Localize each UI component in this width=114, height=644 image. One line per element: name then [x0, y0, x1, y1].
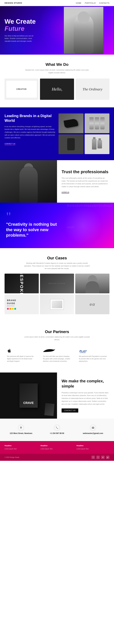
card-design: CREATIVE — [6, 81, 37, 98]
partner-playstation: P L A Y STATION We partnered with Playst… — [76, 346, 109, 365]
card-ordinary: The Ordinary — [82, 87, 102, 91]
social-facebook[interactable]: f — [91, 456, 95, 459]
bottle-visual — [85, 114, 109, 133]
creativity-quote: "Creativity is nothing but the way to so… — [6, 222, 58, 238]
email-title: webmaster@gmail.com — [83, 432, 103, 434]
footer-col-text-3: Lorem ipsum Text — [76, 448, 109, 450]
address-icon — [18, 425, 24, 431]
complex-contact-link[interactable]: CONTACT US — [62, 408, 78, 412]
partners-title: Our Partners — [5, 330, 109, 334]
nike-partner-text: Our time with Nike was about changing th… — [43, 355, 71, 362]
email-icon — [90, 425, 96, 431]
case-desktop-inner — [40, 294, 74, 314]
footer-col-text-1: Lorem ipsum Text — [5, 448, 38, 450]
ps-logo: P L A Y STATION — [79, 348, 107, 354]
phone-svg-icon — [56, 426, 58, 429]
quote-mark: " — [6, 213, 58, 220]
hero-photo — [64, 7, 103, 54]
perfume-image — [85, 134, 109, 154]
social-google[interactable]: g+ — [106, 456, 109, 459]
our-partners-section: Our Partners Lorem ipsum dolor sit amet,… — [0, 322, 114, 372]
footer-col-3: Headline Lorem ipsum Text — [76, 445, 109, 450]
footer-col-title-3: Headline — [76, 445, 109, 446]
footer-socials: f t in g+ — [91, 456, 109, 459]
hero-title: We Create Future — [5, 18, 38, 32]
trust-description: This core philosophy stands at the cente… — [62, 177, 109, 188]
case-person — [75, 274, 109, 293]
nav-portfolio[interactable]: PORTFOLIO — [85, 2, 96, 4]
complex-book-text: CRAVE — [23, 401, 34, 405]
hero-section: We Create Future Our drive is that we be… — [0, 6, 114, 54]
footer-col-title-2: Headline — [41, 445, 74, 446]
footer-col-text-2: Lorem ipsum Text — [41, 448, 74, 450]
dot-orange — [10, 308, 11, 310]
cases-title: Our Cases — [5, 256, 109, 260]
perfume-bottle-2 — [97, 140, 102, 148]
remote-shape — [67, 138, 75, 150]
trust-contact-link[interactable]: contact us — [62, 191, 69, 194]
creativity-section: Máile αβγδε ñdψφχ 8yπξλ ηθικμ ζωσρτ " "C… — [0, 203, 114, 248]
nav-links: HOME PORTFOLIO CONTACTS — [76, 2, 109, 4]
card-label: CREATIVE — [17, 88, 27, 90]
nike-swoosh-icon — [43, 348, 55, 354]
partners-grid: We partnered with Apple to improve the d… — [5, 346, 109, 365]
perfume-bottle-1 — [92, 139, 96, 150]
partners-subtitle: Lorem ipsum dolor sit amet, consectetur … — [24, 336, 90, 341]
social-twitter[interactable]: t — [96, 456, 100, 459]
case-ea: eα — [75, 294, 109, 314]
leading-brands-section: Leading Brands in a Digital World In an … — [0, 108, 114, 160]
man-silhouette — [20, 166, 38, 203]
trust-section: Trust the professionals This core philos… — [0, 160, 114, 203]
ps-partner-text: We partnered with Playstation to promote… — [79, 355, 107, 362]
brand-guide-sub: BESPOKE — [7, 305, 16, 307]
case-desktop — [40, 294, 74, 314]
complex-title: We make the complex, simple — [62, 378, 109, 389]
typography-background: Máile αβγδε ñdψφχ 8yπξλ ηθικμ ζωσρτ — [65, 203, 114, 248]
footer-address-card: 123 West Street, Newtown — [5, 425, 38, 435]
case-ea-inner: eα — [75, 294, 109, 314]
shoe-visual — [59, 114, 83, 133]
brand-dots — [7, 308, 16, 310]
apple-partner-text: We partnered with Apple to improve the d… — [7, 355, 35, 362]
case-bespoke: BESPOKE — [5, 274, 39, 293]
dot-green — [14, 308, 16, 310]
footer-phone-card: +1 234 567 89 00 — [41, 425, 74, 435]
what-title: What We Do — [5, 62, 109, 67]
what-card-1: CREATIVE — [5, 78, 38, 100]
case-spread: DESIGN STUDIO — [40, 274, 74, 293]
trust-content: Trust the professionals This core philos… — [57, 160, 114, 203]
what-grid: CREATIVE Hello, The Ordinary — [5, 78, 109, 100]
nav-home[interactable]: HOME — [76, 2, 81, 4]
footer-info-section: 123 West Street, Newtown +1 234 567 89 0… — [0, 418, 114, 441]
nav-contacts[interactable]: CONTACTS — [99, 2, 109, 4]
card-hello: Hello, — [52, 87, 62, 92]
nav-logo: DESIGN STUDIO — [5, 2, 22, 4]
complex-description: Phasellus scelerisque sed leo quis gravi… — [62, 391, 109, 406]
what-subtitle: Sample text. Lorem ipsum dolor sit amet,… — [24, 69, 90, 74]
playstation-icon: P L A Y STATION — [79, 348, 91, 354]
what-we-do-section: What We Do Sample text. Lorem ipsum dolo… — [0, 54, 114, 108]
apple-logo — [7, 348, 35, 354]
footer-copyright: © 2024 Design Studio — [5, 456, 19, 458]
social-linkedin[interactable]: in — [101, 456, 104, 459]
remote-image — [59, 134, 83, 154]
nike-logo — [43, 348, 71, 354]
footer-col-1: Headline Lorem ipsum Text — [5, 445, 38, 450]
trust-photo — [0, 160, 57, 203]
footer-col-2: Headline Lorem ipsum Text — [41, 445, 74, 450]
leading-title: Leading Brands in a Digital World — [5, 114, 55, 123]
leading-text: Leading Brands in a Digital World In an … — [5, 114, 55, 154]
trust-image — [0, 160, 57, 203]
bottle-shape-2 — [95, 117, 99, 130]
svg-text:STATION: STATION — [80, 352, 86, 354]
case-spread-inner: DESIGN STUDIO — [40, 274, 74, 293]
complex-book: CRAVE — [20, 384, 38, 408]
leading-contact-link[interactable]: CONTACT US — [5, 143, 15, 145]
address-title: 123 West Street, Newtown — [10, 432, 32, 434]
partner-nike: Our time with Nike was about changing th… — [41, 346, 74, 365]
dot-yellow — [12, 308, 14, 310]
brand-guide-title: BRAND — [7, 299, 16, 302]
mail-svg-icon — [92, 426, 94, 429]
dot-red — [7, 308, 9, 310]
partner-apple: We partnered with Apple to improve the d… — [5, 346, 38, 365]
